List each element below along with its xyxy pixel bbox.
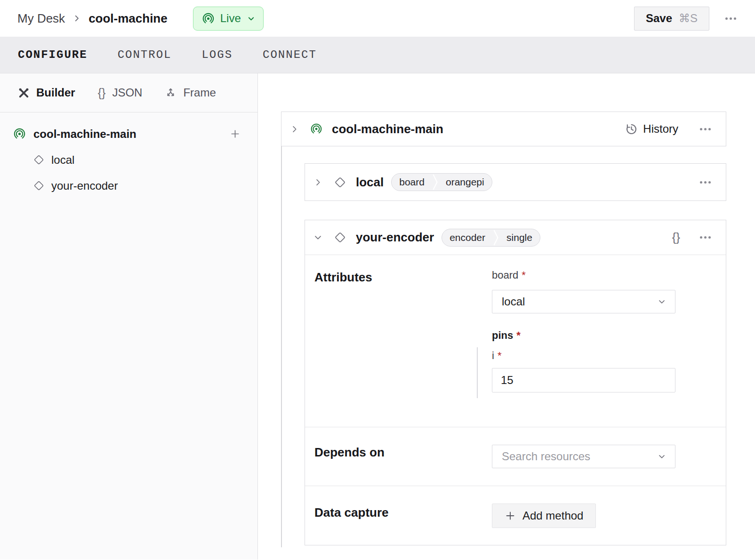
tree-item-label: your-encoder: [51, 179, 118, 192]
live-status-icon: [202, 12, 215, 25]
topbar-overflow-menu-button[interactable]: [723, 15, 739, 23]
badge-chevron-divider: [432, 173, 438, 191]
required-asterisk: *: [498, 350, 502, 361]
tab-connect[interactable]: CONNECT: [263, 48, 317, 61]
machine-part-card: cool-machine-main History: [281, 112, 726, 146]
required-asterisk: *: [516, 329, 521, 341]
depends-on-heading: Depends on: [314, 445, 385, 460]
config-sidebar: Builder {} JSON Frame: [0, 73, 258, 560]
tools-icon: [18, 87, 30, 99]
pins-group-label: pins*: [492, 329, 521, 342]
nesting-guide-line: [281, 146, 282, 547]
add-resource-button[interactable]: [230, 128, 241, 139]
resource-menu-button[interactable]: [697, 178, 714, 186]
tab-configure[interactable]: CONFIGURE: [18, 48, 88, 61]
tab-logs[interactable]: LOGS: [201, 48, 233, 61]
component-diamond-icon: [33, 180, 45, 192]
collapse-chevron-down-icon[interactable]: [313, 233, 322, 242]
frame-icon: [165, 87, 177, 99]
expand-chevron-right-icon[interactable]: [290, 125, 299, 134]
pins-indent-line: [477, 347, 478, 398]
badge-chevron-divider: [493, 229, 499, 247]
depends-on-placeholder: Search resources: [502, 450, 590, 463]
tree-item-your-encoder[interactable]: your-encoder: [0, 173, 257, 199]
resource-menu-button[interactable]: [697, 233, 714, 241]
depends-on-select[interactable]: Search resources: [492, 445, 675, 468]
resource-api-label: encoder: [442, 229, 493, 247]
save-button-label: Save: [646, 12, 672, 25]
resource-model-label: orangepi: [438, 173, 492, 191]
live-status-label: Live: [220, 12, 241, 25]
data-capture-heading: Data capture: [314, 505, 389, 520]
save-shortcut-hint: ⌘S: [679, 12, 698, 25]
chevron-down-icon: [657, 297, 667, 306]
history-clock-icon: [625, 123, 638, 136]
attributes-section: Attributes board* local pins* i*: [305, 255, 726, 427]
machine-part-title: cool-machine-main: [332, 122, 443, 136]
machine-part-icon: [310, 123, 322, 135]
tab-frame[interactable]: Frame: [165, 86, 216, 99]
tree-item-machine-part[interactable]: cool-machine-main: [0, 121, 257, 147]
resource-type-badge: encoder single: [442, 229, 540, 247]
breadcrumb-machine-name: cool-machine: [88, 11, 168, 26]
history-button-label: History: [643, 122, 678, 136]
main-nav-tabs: CONFIGURE CONTROL LOGS CONNECT: [0, 37, 755, 73]
edit-json-braces-button[interactable]: {}: [672, 230, 680, 245]
tab-json-label: JSON: [112, 86, 142, 99]
save-button[interactable]: Save ⌘S: [634, 7, 709, 31]
plus-icon: [505, 510, 516, 521]
resource-type-badge: board orangepi: [391, 173, 492, 191]
braces-icon: {}: [98, 86, 106, 100]
tab-frame-label: Frame: [183, 86, 216, 99]
machine-part-icon: [13, 128, 26, 140]
add-method-button[interactable]: Add method: [492, 504, 596, 528]
resource-model-label: single: [499, 229, 540, 247]
tab-builder[interactable]: Builder: [18, 86, 75, 99]
resource-card-your-encoder: your-encoder encoder single {} Attribute…: [305, 220, 726, 545]
machine-status-dropdown[interactable]: Live: [193, 7, 264, 31]
history-button[interactable]: History: [625, 122, 678, 136]
sidebar-view-tabs: Builder {} JSON Frame: [0, 73, 257, 112]
tab-builder-label: Builder: [36, 86, 75, 99]
required-asterisk: *: [522, 269, 526, 281]
expand-chevron-right-icon[interactable]: [313, 178, 322, 187]
resource-title: your-encoder: [356, 230, 434, 245]
resource-card-local: local board orangepi: [305, 163, 726, 201]
data-capture-section: Data capture Add method: [305, 486, 726, 545]
resource-api-label: board: [392, 173, 432, 191]
tab-control[interactable]: CONTROL: [118, 48, 172, 61]
tree-item-label: local: [51, 153, 74, 167]
component-diamond-icon: [334, 176, 346, 189]
tab-json[interactable]: {} JSON: [98, 86, 143, 100]
component-diamond-icon: [334, 231, 346, 244]
chevron-down-icon: [247, 14, 256, 23]
component-diamond-icon: [33, 154, 45, 166]
config-main-panel: cool-machine-main History: [258, 73, 755, 560]
breadcrumb-chevron-icon: [72, 14, 81, 23]
tree-item-local[interactable]: local: [0, 147, 257, 173]
add-method-label: Add method: [522, 509, 583, 522]
attributes-heading: Attributes: [314, 270, 372, 285]
resource-title: local: [356, 175, 384, 190]
chevron-down-icon: [657, 452, 667, 461]
machine-part-menu-button[interactable]: [697, 125, 714, 133]
pin-i-input[interactable]: [492, 368, 675, 392]
board-select-value: local: [502, 295, 525, 308]
breadcrumb-parent-link[interactable]: My Desk: [17, 11, 65, 26]
board-select[interactable]: local: [492, 290, 675, 313]
top-bar: My Desk cool-machine Live Save ⌘S: [0, 0, 755, 37]
tree-item-label: cool-machine-main: [33, 128, 137, 141]
board-field-label: board*: [492, 269, 526, 281]
resource-tree: cool-machine-main local your-encoder: [0, 112, 257, 199]
pin-i-label: i*: [492, 350, 501, 362]
depends-on-section: Depends on Search resources: [305, 427, 726, 486]
